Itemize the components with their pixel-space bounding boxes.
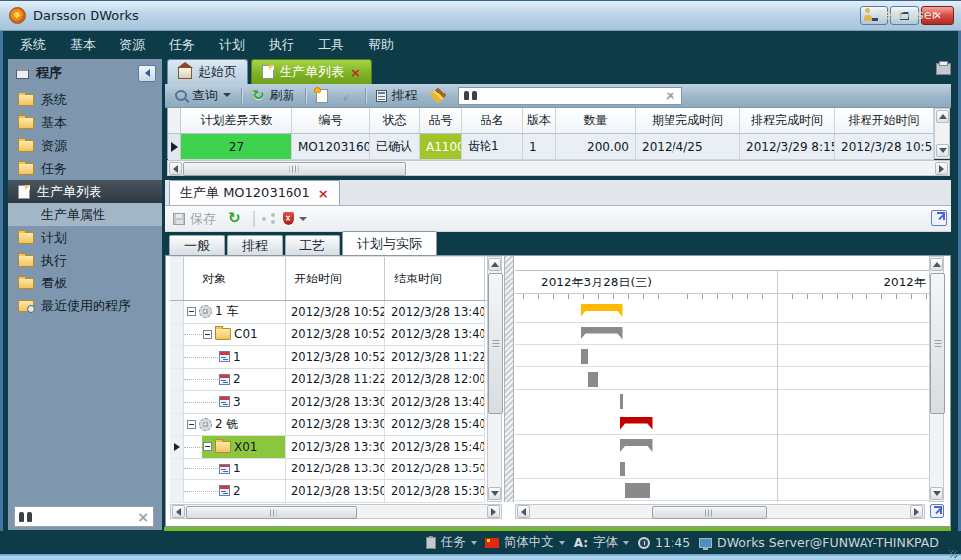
column-header[interactable]: 对象	[184, 257, 286, 300]
sidebar-collapse-button[interactable]	[138, 65, 156, 82]
scroll-left-icon[interactable]	[517, 505, 530, 518]
column-header[interactable]: 开始时间	[286, 257, 385, 300]
validate-button[interactable]: ×	[283, 212, 307, 225]
gantt-bar[interactable]	[581, 327, 623, 340]
column-header[interactable]: 版本	[523, 108, 556, 133]
column-header[interactable]: 结束时间	[385, 257, 485, 300]
tree-row[interactable]: C01 2012/3/28 10:52 2012/3/28 13:40	[170, 324, 487, 347]
link-button[interactable]	[262, 213, 275, 224]
gantt-popout-button[interactable]	[930, 504, 944, 518]
gantt-bar[interactable]	[620, 439, 653, 452]
sidebar-item[interactable]: 最近使用的程序	[8, 294, 162, 317]
resize-grip[interactable]	[949, 550, 957, 558]
open-external-button[interactable]	[931, 210, 947, 226]
scroll-up-icon[interactable]	[930, 258, 943, 271]
status-language-selector[interactable]: 简体中文	[485, 534, 565, 551]
tree-row[interactable]: 2 2012/3/28 11:22 2012/3/28 12:00	[170, 369, 487, 392]
scroll-left-icon[interactable]	[169, 162, 182, 175]
grid-cell[interactable]: MO12031601	[292, 134, 370, 160]
grid-cell[interactable]: 1	[523, 134, 556, 160]
gantt-bar[interactable]	[581, 304, 623, 317]
menu-item[interactable]: 帮助	[368, 36, 394, 54]
edit-button[interactable]	[338, 93, 359, 99]
gantt-bar[interactable]	[620, 417, 653, 430]
collapse-toggle-icon[interactable]	[203, 442, 212, 451]
tree-row[interactable]: X01 2012/3/28 13:30 2012/3/28 15:40	[170, 436, 487, 459]
scrollbar-thumb[interactable]	[930, 273, 945, 414]
tab-close-icon[interactable]: ×	[350, 66, 361, 79]
gantt-bar[interactable]	[588, 372, 598, 387]
tree-vertical-scrollbar[interactable]	[487, 256, 502, 502]
clear-search-icon[interactable]: ×	[137, 510, 149, 524]
schedule-button[interactable]: 排程	[372, 85, 422, 106]
collapse-toggle-icon[interactable]	[187, 307, 196, 316]
scroll-down-icon[interactable]	[936, 144, 949, 157]
tree-row[interactable]: 1 2012/3/28 10:52 2012/3/28 11:22	[170, 346, 487, 369]
tab-close-icon[interactable]: ×	[318, 187, 329, 200]
grid-cell[interactable]: 2012/3/29 8:15	[740, 134, 835, 160]
menu-item[interactable]: 计划	[219, 36, 245, 54]
menu-item[interactable]: 工具	[318, 36, 344, 54]
column-header[interactable]: 品名	[462, 108, 523, 133]
grid-cell[interactable]: 2012/3/28 10:52	[835, 134, 934, 160]
menu-item[interactable]: 基本	[70, 36, 96, 54]
scroll-right-icon[interactable]	[910, 505, 923, 518]
clear-search-icon[interactable]: ×	[665, 89, 676, 102]
orders-horizontal-scrollbar[interactable]	[167, 160, 950, 176]
sidebar-item[interactable]: 看板	[8, 272, 162, 294]
orders-grid-row[interactable]: 27MO12031601已确认A11001齿轮11200.002012/4/25…	[168, 134, 934, 160]
sidebar-item[interactable]: 生产单属性	[8, 203, 162, 226]
main-tab[interactable]: 起始页 ×	[167, 59, 248, 84]
detail-refresh-button[interactable]: ↻	[224, 209, 245, 228]
save-button[interactable]: 保存	[173, 210, 216, 228]
pane-splitter[interactable]	[504, 256, 514, 502]
scrollbar-thumb[interactable]	[186, 506, 357, 519]
scrollbar-thumb[interactable]	[183, 162, 406, 176]
tree-row[interactable]: 2 2012/3/28 13:50 2012/3/28 15:30	[170, 480, 487, 503]
scroll-right-icon[interactable]	[487, 505, 500, 518]
grid-cell[interactable]: 27	[181, 134, 292, 160]
detail-subtab[interactable]: 一般	[169, 235, 225, 255]
sidebar-item[interactable]: 资源	[8, 134, 162, 157]
grid-cell[interactable]: 2012/4/25	[636, 134, 740, 160]
detail-subtab[interactable]: 工艺	[285, 235, 340, 255]
column-header[interactable]: 排程开始时间	[835, 108, 934, 133]
collapse-toggle-icon[interactable]	[187, 420, 196, 429]
grid-cell[interactable]: 200.00	[556, 134, 636, 160]
refresh-button[interactable]: ↻ 刷新	[248, 85, 299, 106]
clean-button[interactable]	[428, 88, 448, 103]
column-header[interactable]: 数量	[556, 108, 636, 133]
grid-cell[interactable]: 已确认	[370, 134, 420, 160]
tree-horizontal-scrollbar[interactable]	[170, 504, 502, 519]
scroll-down-icon[interactable]	[488, 487, 501, 500]
orders-vertical-scrollbar[interactable]	[934, 108, 950, 159]
status-task-selector[interactable]: 任务	[426, 534, 477, 551]
gantt-bar[interactable]	[581, 349, 589, 364]
scroll-right-icon[interactable]	[935, 162, 948, 175]
detail-subtab[interactable]: 排程	[227, 235, 283, 255]
gantt-vertical-scrollbar[interactable]	[929, 256, 944, 502]
gantt-bar[interactable]	[625, 483, 650, 498]
menu-item[interactable]: 执行	[269, 36, 294, 54]
sidebar-item[interactable]: 任务	[8, 157, 162, 180]
tree-row[interactable]: 2 铣 2012/3/28 13:30 2012/3/28 15:40	[170, 414, 487, 437]
sidebar-search-input[interactable]	[36, 509, 133, 525]
main-tab[interactable]: 生产单列表 ×	[251, 59, 372, 84]
collapse-toggle-icon[interactable]	[203, 330, 212, 339]
sidebar-item[interactable]: 生产单列表	[8, 180, 162, 203]
grid-cell[interactable]: A11001	[420, 134, 462, 160]
detail-tab[interactable]: 生产单 MO12031601 ×	[169, 180, 340, 205]
menu-item[interactable]: 资源	[119, 36, 145, 54]
scrollbar-thumb[interactable]	[488, 273, 503, 414]
status-font-selector[interactable]: A: 字体	[574, 534, 629, 551]
menu-item[interactable]: 任务	[169, 36, 195, 54]
tree-row[interactable]: 1 2012/3/28 13:30 2012/3/28 13:50	[170, 459, 487, 481]
column-header[interactable]: 期望完成时间	[636, 108, 740, 133]
scroll-down-icon[interactable]	[930, 487, 943, 500]
gantt-bar[interactable]	[620, 394, 623, 409]
menu-item[interactable]: 系统	[20, 36, 46, 54]
column-header[interactable]: 品号	[420, 108, 462, 133]
sidebar-item[interactable]: 执行	[8, 249, 162, 272]
scroll-left-icon[interactable]	[172, 505, 185, 518]
scroll-up-icon[interactable]	[488, 258, 501, 271]
